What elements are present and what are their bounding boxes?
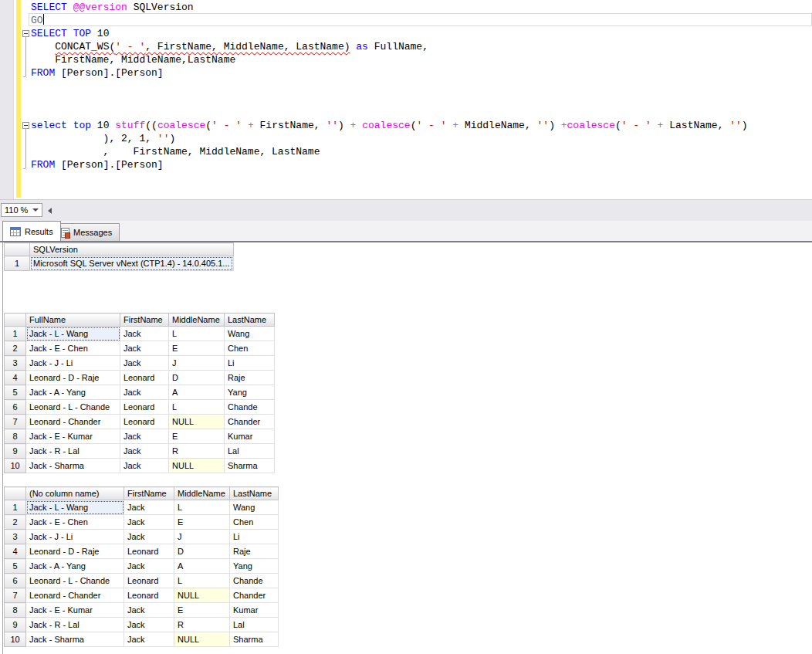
grid-cell[interactable]: NULL — [174, 632, 230, 647]
code-line[interactable]: , FirstName, MiddleName, LastName — [0, 145, 812, 158]
grid-cell[interactable]: Jack — [124, 515, 174, 530]
grid-cell[interactable]: Chander — [225, 415, 275, 429]
grid-cell[interactable]: Leonard — [124, 574, 174, 588]
grid-cell[interactable]: Jack - L - Wang — [26, 500, 124, 515]
column-header[interactable]: FirstName — [124, 487, 174, 500]
code-line[interactable] — [0, 80, 812, 93]
grid-cell[interactable]: Kumar — [230, 603, 279, 618]
grid-cell[interactable]: L — [174, 574, 230, 588]
grid-cell[interactable]: Jack - J - Li — [26, 356, 120, 371]
code-line[interactable]: FirstName, MiddleName,LastName — [0, 53, 812, 66]
row-number[interactable]: 4 — [5, 371, 26, 385]
hscroll-track[interactable] — [56, 203, 812, 217]
grid-cell[interactable]: Jack — [124, 500, 174, 515]
row-number[interactable]: 9 — [5, 444, 26, 459]
row-number[interactable]: 1 — [5, 256, 30, 271]
grid-cell[interactable]: Leonard — [124, 544, 174, 559]
code-line[interactable]: FROM [Person].[Person] — [0, 66, 812, 80]
code-line[interactable]: CONCAT_WS(' - ', FirstName, MiddleName, … — [0, 40, 812, 53]
grid-cell[interactable]: Microsoft SQL Server vNext (CTP1.4) - 14… — [30, 256, 234, 271]
grid-cell[interactable]: D — [174, 544, 230, 559]
grid-cell[interactable]: Leonard - L - Chande — [26, 574, 124, 588]
row-number[interactable]: 3 — [5, 356, 26, 371]
grid-cell[interactable]: A — [174, 559, 230, 574]
grid-cell[interactable]: Leonard - Chander — [26, 588, 124, 603]
row-number[interactable]: 4 — [5, 544, 26, 559]
column-header[interactable]: FullName — [26, 313, 120, 327]
row-number[interactable]: 6 — [5, 400, 26, 415]
grid-cell[interactable]: Jack — [120, 356, 169, 371]
grid-cell[interactable]: Jack - Sharma — [26, 459, 120, 473]
tab-results[interactable]: Results — [2, 221, 61, 241]
grid-cell[interactable]: NULL — [169, 415, 225, 429]
grid-cell[interactable]: NULL — [169, 459, 225, 473]
grid-corner-cell[interactable] — [5, 313, 26, 327]
column-header[interactable]: SQLVersion — [30, 243, 234, 256]
code-line[interactable] — [0, 106, 812, 119]
grid-cell[interactable]: Li — [230, 530, 279, 544]
grid-cell[interactable]: J — [174, 530, 230, 544]
row-number[interactable]: 10 — [5, 632, 26, 647]
grid-cell[interactable]: Chander — [230, 588, 279, 603]
grid-cell[interactable]: Leonard — [124, 588, 174, 603]
column-header[interactable]: LastName — [225, 313, 275, 327]
grid-cell[interactable]: Leonard — [120, 415, 169, 429]
row-number[interactable]: 1 — [5, 500, 26, 515]
grid-cell[interactable]: E — [169, 341, 225, 356]
code-line[interactable]: FROM [Person].[Person] — [0, 158, 812, 171]
code-line[interactable]: ), 2, 1, '') — [0, 132, 812, 145]
row-number[interactable]: 2 — [5, 341, 26, 356]
grid-cell[interactable]: E — [174, 603, 230, 618]
grid-cell[interactable]: Wang — [225, 327, 275, 341]
grid-cell[interactable]: J — [169, 356, 225, 371]
grid-cell[interactable]: Leonard - L - Chande — [26, 400, 120, 415]
grid-cell[interactable]: Jack — [120, 459, 169, 473]
grid-cell[interactable]: E — [174, 515, 230, 530]
grid-cell[interactable]: Jack - L - Wang — [26, 327, 120, 341]
grid-corner-cell[interactable] — [5, 487, 26, 500]
row-number[interactable]: 7 — [5, 415, 26, 429]
grid-cell[interactable]: NULL — [174, 588, 230, 603]
code-line[interactable] — [0, 93, 812, 106]
column-header[interactable]: (No column name) — [26, 487, 124, 500]
grid-cell[interactable]: Raje — [230, 544, 279, 559]
grid-cell[interactable]: Lal — [225, 444, 275, 459]
results-grid-1[interactable]: SQLVersion1Microsoft SQL Server vNext (C… — [4, 242, 234, 271]
grid-cell[interactable]: R — [169, 444, 225, 459]
grid-cell[interactable]: R — [174, 618, 230, 632]
grid-cell[interactable]: Chen — [225, 341, 275, 356]
grid-cell[interactable]: Chen — [230, 515, 279, 530]
row-number[interactable]: 10 — [5, 459, 26, 473]
grid-cell[interactable]: Jack - E - Kumar — [26, 603, 124, 618]
grid-cell[interactable]: Leonard - D - Raje — [26, 371, 120, 385]
grid-cell[interactable]: Yang — [230, 559, 279, 574]
code-line[interactable]: SELECT @@version SQLVersion — [0, 1, 812, 14]
grid-cell[interactable]: Wang — [230, 500, 279, 515]
grid-cell[interactable]: Lal — [230, 618, 279, 632]
grid-cell[interactable]: E — [169, 429, 225, 444]
grid-cell[interactable]: Jack — [124, 618, 174, 632]
grid-cell[interactable]: A — [169, 385, 225, 400]
grid-cell[interactable]: Jack - E - Chen — [26, 515, 124, 530]
row-number[interactable]: 2 — [5, 515, 26, 530]
grid-cell[interactable]: Jack — [124, 632, 174, 647]
grid-cell[interactable]: Sharma — [230, 632, 279, 647]
grid-cell[interactable]: Jack - Sharma — [26, 632, 124, 647]
code-line[interactable]: SELECT TOP 10 — [0, 27, 812, 40]
code-area[interactable]: SELECT @@version SQLVersionGOSELECT TOP … — [0, 1, 812, 171]
row-number[interactable]: 6 — [5, 574, 26, 588]
grid-cell[interactable]: Jack - A - Yang — [26, 559, 124, 574]
sql-editor[interactable]: SELECT @@version SQLVersionGOSELECT TOP … — [0, 0, 812, 199]
grid-cell[interactable]: D — [169, 371, 225, 385]
code-line[interactable]: GO — [0, 14, 812, 27]
column-header[interactable]: LastName — [230, 487, 279, 500]
grid-cell[interactable]: Jack - J - Li — [26, 530, 124, 544]
row-number[interactable]: 9 — [5, 618, 26, 632]
results-grid-2[interactable]: FullNameFirstNameMiddleNameLastName1Jack… — [4, 313, 275, 473]
grid-cell[interactable]: Jack - E - Chen — [26, 341, 120, 356]
grid-cell[interactable]: Jack — [120, 429, 169, 444]
row-number[interactable]: 7 — [5, 588, 26, 603]
grid-cell[interactable]: L — [169, 400, 225, 415]
grid-cell[interactable]: Leonard - Chander — [26, 415, 120, 429]
grid-cell[interactable]: Jack — [120, 444, 169, 459]
